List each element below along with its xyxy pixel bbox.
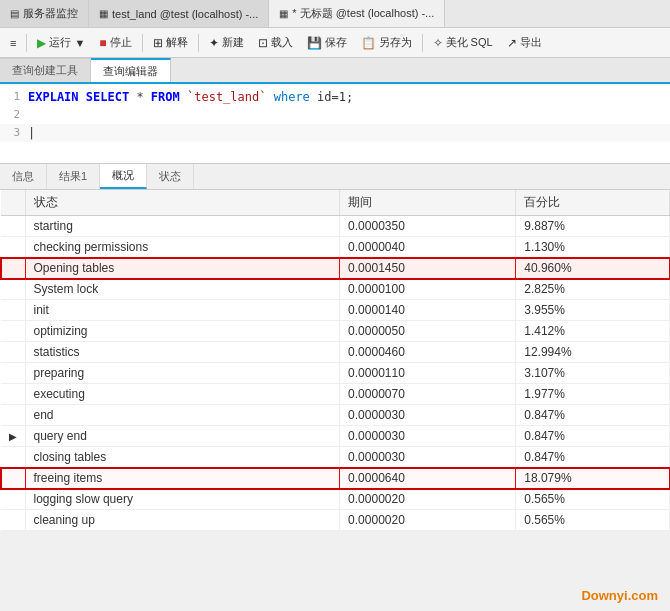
save-label: 保存 (325, 35, 347, 50)
row-arrow (1, 258, 26, 279)
stop-label: 停止 (110, 35, 132, 50)
tab-query-editor-label: 查询编辑器 (103, 64, 158, 79)
row-arrow (1, 342, 26, 363)
line-num-3: 3 (0, 124, 28, 142)
code-line-1: 1 EXPLAIN SELECT * FROM `test_land` wher… (0, 88, 670, 106)
tab-result1[interactable]: 结果1 (47, 164, 100, 189)
table-row[interactable]: optimizing0.00000501.412% (1, 321, 670, 342)
load-button[interactable]: ⊡ 载入 (252, 33, 299, 52)
table-row[interactable]: executing0.00000701.977% (1, 384, 670, 405)
table-header-row: 状态 期间 百分比 (1, 190, 670, 216)
saveas-button[interactable]: 📋 另存为 (355, 33, 418, 52)
export-button[interactable]: ↗ 导出 (501, 33, 548, 52)
run-button[interactable]: ▶ 运行 ▼ (31, 33, 91, 52)
separator-1 (26, 34, 27, 52)
row-state: starting (25, 216, 340, 237)
tab-overview[interactable]: 概况 (100, 164, 147, 189)
table-row[interactable]: logging slow query0.00000200.565% (1, 489, 670, 510)
table-row[interactable]: checking permissions0.00000401.130% (1, 237, 670, 258)
load-label: 载入 (271, 35, 293, 50)
row-state: executing (25, 384, 340, 405)
title-tab-test-land[interactable]: ▦ test_land @test (localhost) -... (89, 0, 269, 27)
saveas-label: 另存为 (379, 35, 412, 50)
data-table: 状态 期间 百分比 starting0.00003509.887%checkin… (0, 190, 670, 531)
row-arrow (1, 300, 26, 321)
new-icon: ✦ (209, 36, 219, 50)
row-period: 0.0000110 (340, 363, 516, 384)
table-row[interactable]: Opening tables0.000145040.960% (1, 258, 670, 279)
separator-3 (198, 34, 199, 52)
row-arrow (1, 489, 26, 510)
result-tabs: 信息 结果1 概况 状态 (0, 164, 670, 190)
row-arrow (1, 405, 26, 426)
save-icon: 💾 (307, 36, 322, 50)
row-pct: 2.825% (516, 279, 670, 300)
tab-info-label: 信息 (12, 169, 34, 184)
new-label: 新建 (222, 35, 244, 50)
toolbar: ≡ ▶ 运行 ▼ ■ 停止 ⊞ 解释 ✦ 新建 ⊡ 载入 💾 保存 📋 另存为 … (0, 28, 670, 58)
table-row[interactable]: cleaning up0.00000200.565% (1, 510, 670, 531)
beautify-icon: ✧ (433, 36, 443, 50)
tab-status[interactable]: 状态 (147, 164, 194, 189)
row-period: 0.0000460 (340, 342, 516, 363)
row-state: optimizing (25, 321, 340, 342)
col-pct: 百分比 (516, 190, 670, 216)
row-state: System lock (25, 279, 340, 300)
line-content-1: EXPLAIN SELECT * FROM `test_land` where … (28, 88, 670, 106)
tab-info[interactable]: 信息 (0, 164, 47, 189)
tab-query-editor[interactable]: 查询编辑器 (91, 58, 171, 82)
tab-result1-label: 结果1 (59, 169, 87, 184)
hamburger-button[interactable]: ≡ (4, 35, 22, 51)
row-state: statistics (25, 342, 340, 363)
row-state: end (25, 405, 340, 426)
table-row[interactable]: ▶query end0.00000300.847% (1, 426, 670, 447)
row-period: 0.0001450 (340, 258, 516, 279)
table-row[interactable]: closing tables0.00000300.847% (1, 447, 670, 468)
table-row[interactable]: freeing items0.000064018.079% (1, 468, 670, 489)
tab-create-tool[interactable]: 查询创建工具 (0, 58, 91, 82)
row-period: 0.0000020 (340, 510, 516, 531)
server-monitor-label: 服务器监控 (23, 6, 78, 21)
title-tab-untitled[interactable]: ▦ * 无标题 @test (localhost) -... (269, 0, 445, 27)
untitled-icon: ▦ (279, 8, 288, 19)
row-pct: 18.079% (516, 468, 670, 489)
table-row[interactable]: statistics0.000046012.994% (1, 342, 670, 363)
row-state: freeing items (25, 468, 340, 489)
export-icon: ↗ (507, 36, 517, 50)
new-button[interactable]: ✦ 新建 (203, 33, 250, 52)
table-row[interactable]: starting0.00003509.887% (1, 216, 670, 237)
row-pct: 1.412% (516, 321, 670, 342)
row-state: closing tables (25, 447, 340, 468)
col-state: 状态 (25, 190, 340, 216)
row-arrow (1, 279, 26, 300)
row-period: 0.0000050 (340, 321, 516, 342)
row-state: init (25, 300, 340, 321)
title-tab-server-monitor[interactable]: ▤ 服务器监控 (0, 0, 89, 27)
row-pct: 0.847% (516, 405, 670, 426)
stop-button[interactable]: ■ 停止 (93, 33, 137, 52)
row-pct: 0.565% (516, 489, 670, 510)
row-pct: 3.107% (516, 363, 670, 384)
table-row[interactable]: preparing0.00001103.107% (1, 363, 670, 384)
load-icon: ⊡ (258, 36, 268, 50)
row-state: logging slow query (25, 489, 340, 510)
code-editor[interactable]: 1 EXPLAIN SELECT * FROM `test_land` wher… (0, 84, 670, 164)
stop-icon: ■ (99, 36, 106, 50)
explain-icon: ⊞ (153, 36, 163, 50)
table-row[interactable]: init0.00001403.955% (1, 300, 670, 321)
separator-4 (422, 34, 423, 52)
beautify-button[interactable]: ✧ 美化 SQL (427, 33, 499, 52)
row-state: preparing (25, 363, 340, 384)
explain-button[interactable]: ⊞ 解释 (147, 33, 194, 52)
row-arrow (1, 510, 26, 531)
save-button[interactable]: 💾 保存 (301, 33, 353, 52)
untitled-label: * 无标题 @test (localhost) -... (292, 6, 434, 21)
table-row[interactable]: System lock0.00001002.825% (1, 279, 670, 300)
code-line-2: 2 (0, 106, 670, 124)
row-arrow (1, 216, 26, 237)
separator-2 (142, 34, 143, 52)
row-period: 0.0000030 (340, 447, 516, 468)
row-state: query end (25, 426, 340, 447)
tab-status-label: 状态 (159, 169, 181, 184)
table-row[interactable]: end0.00000300.847% (1, 405, 670, 426)
